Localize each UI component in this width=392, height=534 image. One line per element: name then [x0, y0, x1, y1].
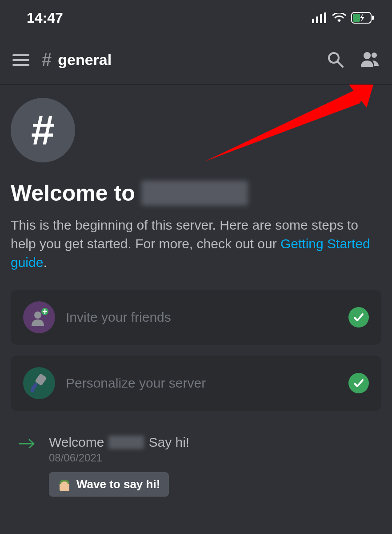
battery-icon [351, 12, 374, 24]
channel-name-label: general [58, 51, 112, 69]
redacted-username [108, 436, 144, 449]
step-label: Personalize your server [66, 376, 338, 391]
svg-rect-6 [353, 14, 360, 22]
check-icon [348, 373, 369, 393]
channel-content: # Welcome to This is the beginning of th… [0, 85, 392, 497]
search-button[interactable] [326, 50, 344, 70]
wave-button-label: Wave to say hi! [76, 477, 160, 491]
svg-rect-1 [316, 16, 318, 23]
hash-icon: # [42, 50, 52, 70]
channel-header: # general [0, 36, 392, 85]
sys-prefix: Welcome [49, 435, 104, 450]
svg-rect-2 [320, 14, 322, 23]
wifi-icon [332, 13, 346, 23]
wave-emoji-icon [58, 478, 71, 491]
status-time: 14:47 [27, 10, 63, 26]
status-icons [312, 12, 374, 24]
check-icon [348, 307, 369, 328]
members-icon [360, 51, 380, 68]
redacted-server-name [141, 181, 248, 206]
sys-suffix: Say hi! [148, 435, 189, 450]
system-message-date: 08/06/2021 [49, 452, 379, 464]
join-arrow-icon [19, 437, 36, 453]
svg-rect-0 [312, 19, 314, 23]
search-icon [326, 50, 344, 68]
svg-rect-3 [324, 12, 326, 23]
welcome-title-prefix: Welcome to [11, 180, 135, 206]
svg-rect-5 [372, 16, 374, 20]
svg-point-10 [372, 53, 377, 58]
svg-line-8 [338, 62, 343, 67]
system-message-line: Welcome Say hi! [49, 435, 379, 450]
status-bar: 14:47 [0, 0, 392, 36]
channel-badge: # [11, 98, 75, 162]
menu-button[interactable] [12, 54, 29, 66]
svg-point-17 [31, 389, 34, 392]
svg-point-13 [34, 312, 41, 319]
hash-icon: # [31, 106, 55, 154]
channel-title[interactable]: # general [42, 50, 314, 70]
step-personalize-server[interactable]: Personalize your server [11, 356, 381, 411]
step-label: Invite your friends [66, 310, 338, 325]
system-join-message: Welcome Say hi! 08/06/2021 Wave to say h… [11, 421, 381, 497]
welcome-desc-after: . [43, 255, 47, 270]
personalize-icon [23, 367, 55, 399]
members-button[interactable] [360, 51, 380, 69]
invite-icon [23, 301, 55, 333]
welcome-description: This is the beginning of this server. He… [11, 216, 381, 272]
wave-button[interactable]: Wave to say hi! [49, 472, 169, 497]
step-invite-friends[interactable]: Invite your friends [11, 290, 381, 345]
svg-point-9 [364, 52, 371, 59]
welcome-heading: Welcome to [11, 180, 381, 206]
cellular-icon [312, 12, 327, 23]
